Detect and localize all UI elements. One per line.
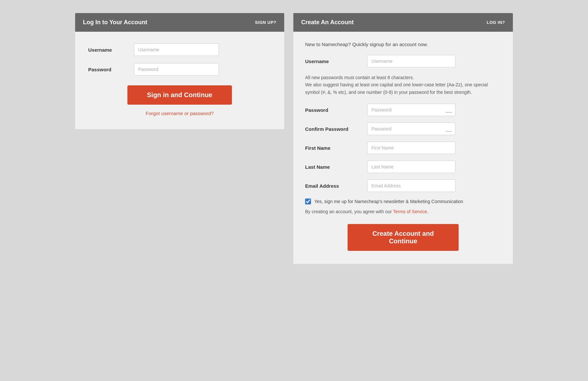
password-row: Password — [88, 63, 271, 76]
signup-email-input[interactable] — [367, 180, 455, 192]
tos-text-before: By creating an account, you agree with o… — [305, 209, 393, 214]
signup-password-label: Password — [305, 107, 367, 113]
signup-link[interactable]: SIGN UP? — [255, 20, 276, 25]
signup-email-label: Email Address — [305, 183, 367, 189]
confirm-password-toggle-icon[interactable]: ⎯⎯ — [446, 126, 452, 132]
sign-in-button[interactable]: Sign in and Continue — [127, 85, 232, 105]
signup-username-input[interactable] — [367, 55, 455, 67]
signup-email-row: Email Address — [305, 180, 501, 192]
login-panel-title: Log In to Your Account — [83, 19, 147, 26]
forgot-link[interactable]: Forgot username or password? — [88, 111, 271, 116]
signup-password-wrapper: ⎯⎯ — [367, 104, 455, 116]
tos-text-after: . — [427, 209, 428, 214]
password-toggle-icon[interactable]: ⎯⎯ — [446, 107, 452, 113]
login-panel-header: Log In to Your Account SIGN UP? — [75, 13, 284, 32]
tos-link[interactable]: Terms of Service — [393, 209, 427, 214]
username-row: Username — [88, 43, 271, 56]
password-hint: All new passwords must contain at least … — [305, 74, 501, 96]
signup-last-name-input[interactable] — [367, 161, 455, 173]
password-input[interactable] — [134, 63, 219, 76]
signup-password-input[interactable] — [367, 104, 455, 116]
login-panel: Log In to Your Account SIGN UP? Username… — [75, 13, 284, 129]
signup-password-row: Password ⎯⎯ — [305, 104, 501, 116]
signup-first-name-input[interactable] — [367, 142, 455, 154]
password-label: Password — [88, 67, 134, 72]
signup-username-row: Username — [305, 55, 501, 67]
signup-panel-body: New to Namecheap? Quickly signup for an … — [293, 32, 513, 264]
page-wrapper: Log In to Your Account SIGN UP? Username… — [75, 13, 513, 264]
signup-panel-title: Create An Account — [301, 19, 354, 26]
signup-last-name-row: Last Name — [305, 161, 501, 173]
intro-text: New to Namecheap? Quickly signup for an … — [305, 42, 501, 47]
signup-username-label: Username — [305, 59, 367, 64]
signup-first-name-label: First Name — [305, 145, 367, 151]
signup-confirm-password-wrapper: ⎯⎯ — [367, 123, 455, 135]
signup-panel-header: Create An Account LOG IN? — [293, 13, 513, 32]
signup-confirm-password-input[interactable] — [367, 123, 455, 135]
signup-last-name-label: Last Name — [305, 164, 367, 170]
tos-text: By creating an account, you agree with o… — [305, 209, 501, 214]
newsletter-row: Yes, sign me up for Namecheap's newslett… — [305, 199, 501, 204]
username-label: Username — [88, 47, 134, 53]
signup-confirm-password-row: Confirm Password ⎯⎯ — [305, 123, 501, 135]
username-input[interactable] — [134, 43, 219, 56]
newsletter-label: Yes, sign me up for Namecheap's newslett… — [314, 199, 463, 204]
signup-confirm-password-label: Confirm Password — [305, 126, 367, 132]
create-account-button[interactable]: Create Account and Continue — [348, 224, 459, 251]
login-link[interactable]: LOG IN? — [487, 20, 505, 25]
login-panel-body: Username Password Sign in and Continue F… — [75, 32, 284, 129]
newsletter-checkbox[interactable] — [305, 199, 311, 204]
signup-first-name-row: First Name — [305, 142, 501, 154]
signup-panel: Create An Account LOG IN? New to Nameche… — [293, 13, 513, 264]
